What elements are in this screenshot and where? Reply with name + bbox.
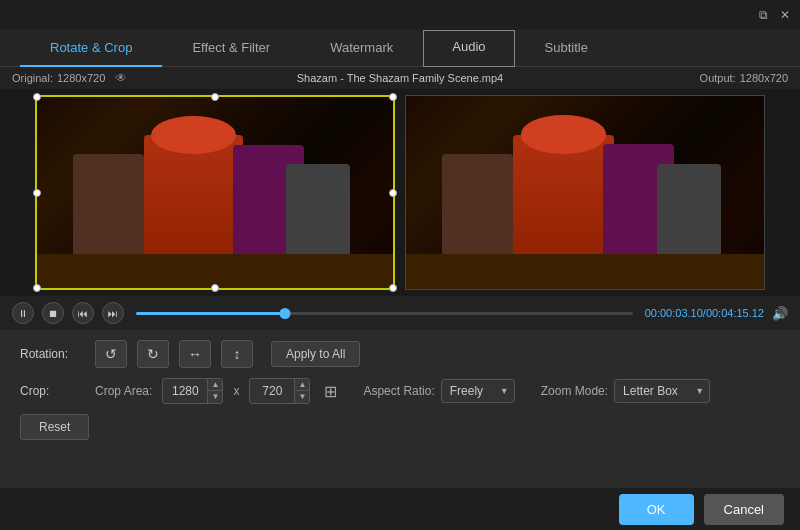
- timeline-scrubber[interactable]: [280, 308, 291, 319]
- crop-height-input-wrap: 720 ▲ ▼: [249, 378, 310, 404]
- tab-effect-filter[interactable]: Effect & Filter: [162, 30, 300, 67]
- apply-to-all-button[interactable]: Apply to All: [271, 341, 360, 367]
- tab-rotate-crop[interactable]: Rotate & Crop: [20, 30, 162, 67]
- volume-icon[interactable]: 🔊: [772, 306, 788, 321]
- prev-icon: ⏮: [78, 308, 88, 319]
- rotation-label: Rotation:: [20, 347, 85, 361]
- rotation-row: Rotation: ↺ ↻ ↔ ↕ Apply to All: [20, 340, 780, 368]
- prev-button[interactable]: ⏮: [72, 302, 94, 324]
- rotate-left-button[interactable]: ↺: [95, 340, 127, 368]
- ok-button[interactable]: OK: [619, 494, 694, 525]
- titlebar: ⧉ ✕: [0, 0, 800, 30]
- aspect-label: Aspect Ratio:: [363, 384, 434, 398]
- stop-icon: ⏹: [48, 308, 58, 319]
- crop-handle-tl[interactable]: [33, 93, 41, 101]
- crop-handle-bc[interactable]: [211, 284, 219, 292]
- zoom-mode-select[interactable]: Letter Box Pan & Scan Full: [614, 379, 710, 403]
- timeline-fill: [136, 312, 285, 315]
- crop-resize-icon: ⊞: [324, 382, 337, 401]
- flip-vertical-button[interactable]: ↕: [221, 340, 253, 368]
- reset-button[interactable]: Reset: [20, 414, 89, 440]
- zoom-select-wrap: Letter Box Pan & Scan Full ▼: [614, 379, 710, 403]
- crop-handle-tc[interactable]: [211, 93, 219, 101]
- video-filename: Shazam - The Shazam Family Scene.mp4: [297, 72, 503, 84]
- bottom-bar: OK Cancel: [0, 488, 800, 530]
- rotate-right-icon: ↻: [147, 346, 159, 362]
- next-button[interactable]: ⏭: [102, 302, 124, 324]
- zoom-label: Zoom Mode:: [541, 384, 608, 398]
- crop-width-down[interactable]: ▼: [208, 391, 222, 403]
- restore-button[interactable]: ⧉: [756, 8, 770, 22]
- crop-width-input-wrap: 1280 ▲ ▼: [162, 378, 223, 404]
- rotate-left-icon: ↺: [105, 346, 117, 362]
- crop-width-up[interactable]: ▲: [208, 379, 222, 391]
- crop-row: Crop: Crop Area: 1280 ▲ ▼ x 720 ▲ ▼ ⊞ As…: [20, 378, 780, 404]
- video-info-bar: Original: 1280x720 👁 Shazam - The Shazam…: [0, 67, 800, 89]
- video-panels: [0, 89, 800, 296]
- original-res: 1280x720: [57, 72, 105, 84]
- x-separator: x: [233, 384, 239, 398]
- crop-height-spinners: ▲ ▼: [294, 379, 309, 403]
- timeline-bar: ⏸ ⏹ ⏮ ⏭ 00:00:03.10/00:04:15.12 🔊: [0, 296, 800, 330]
- controls-panel: Rotation: ↺ ↻ ↔ ↕ Apply to All Crop: Cro…: [0, 330, 800, 450]
- aspect-select-wrap: Freely 16:9 4:3 1:1 Custom ▼: [441, 379, 515, 403]
- crop-width-input[interactable]: 1280: [163, 380, 207, 402]
- video-panel-right: [405, 95, 765, 290]
- original-label: Original:: [12, 72, 53, 84]
- crop-height-up[interactable]: ▲: [295, 379, 309, 391]
- cancel-button[interactable]: Cancel: [704, 494, 784, 525]
- flip-horizontal-button[interactable]: ↔: [179, 340, 211, 368]
- rotate-right-button[interactable]: ↻: [137, 340, 169, 368]
- output-label: Output:: [700, 72, 736, 84]
- crop-label: Crop:: [20, 384, 85, 398]
- timeline-progress[interactable]: [136, 312, 633, 315]
- eye-icon[interactable]: 👁: [115, 71, 127, 85]
- tab-bar: Rotate & Crop Effect & Filter Watermark …: [0, 30, 800, 67]
- output-res: 1280x720: [740, 72, 788, 84]
- video-panel-left: [35, 95, 395, 290]
- crop-height-input[interactable]: 720: [250, 380, 294, 402]
- tab-audio[interactable]: Audio: [423, 30, 514, 67]
- crop-handle-br[interactable]: [389, 284, 397, 292]
- video-canvas-left: [37, 97, 393, 288]
- crop-handle-ml[interactable]: [33, 189, 41, 197]
- play-icon: ⏸: [18, 308, 28, 319]
- film-scene-left: [37, 97, 393, 288]
- crop-width-spinners: ▲ ▼: [207, 379, 222, 403]
- zoom-section: Zoom Mode: Letter Box Pan & Scan Full ▼: [541, 379, 710, 403]
- flip-h-icon: ↔: [188, 346, 202, 362]
- tab-watermark[interactable]: Watermark: [300, 30, 423, 67]
- next-icon: ⏭: [108, 308, 118, 319]
- film-scene-right: [406, 96, 764, 289]
- close-button[interactable]: ✕: [778, 8, 792, 22]
- current-time: 00:00:03.10/00:04:15.12: [645, 307, 764, 319]
- crop-height-down[interactable]: ▼: [295, 391, 309, 403]
- stop-button[interactable]: ⏹: [42, 302, 64, 324]
- crop-area-label: Crop Area:: [95, 384, 152, 398]
- crop-handle-tr[interactable]: [389, 93, 397, 101]
- crop-handle-bl[interactable]: [33, 284, 41, 292]
- reset-row: Reset: [20, 414, 780, 440]
- crop-handle-mr[interactable]: [389, 189, 397, 197]
- aspect-ratio-select[interactable]: Freely 16:9 4:3 1:1 Custom: [441, 379, 515, 403]
- play-pause-button[interactable]: ⏸: [12, 302, 34, 324]
- video-canvas-right: [406, 96, 764, 289]
- tab-subtitle[interactable]: Subtitle: [515, 30, 618, 67]
- flip-v-icon: ↕: [234, 346, 241, 362]
- aspect-section: Aspect Ratio: Freely 16:9 4:3 1:1 Custom…: [363, 379, 514, 403]
